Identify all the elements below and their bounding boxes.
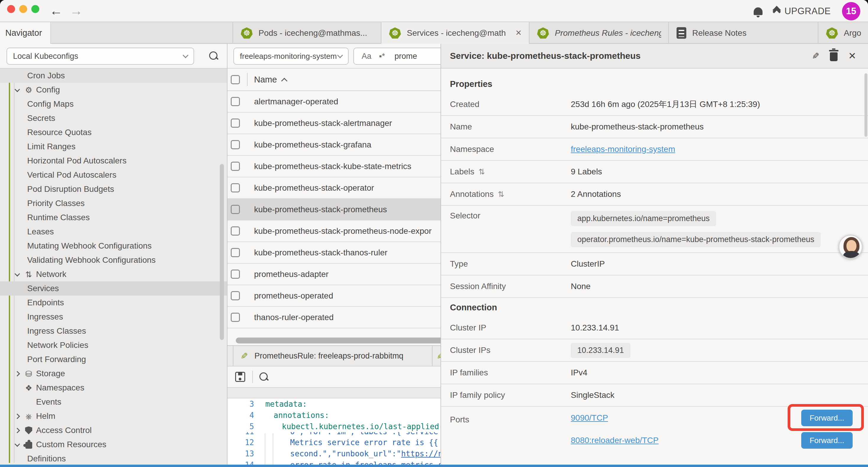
- tab-services-icecheng-math[interactable]: ☸Services - icecheng@math...✕: [381, 22, 529, 44]
- line-number: 11: [227, 432, 254, 436]
- sidebar-item-ingresses[interactable]: Ingresses: [0, 310, 227, 324]
- sidebar-item-endpoints[interactable]: Endpoints: [0, 296, 227, 310]
- sidebar-item-priority-classes[interactable]: Priority Classes: [0, 196, 227, 210]
- kubeconfig-select[interactable]: Local Kubeconfigs: [6, 48, 194, 65]
- forward-arrow-icon[interactable]: →: [70, 2, 83, 19]
- forward-button[interactable]: Forward...: [801, 432, 852, 449]
- back-arrow-icon[interactable]: ←: [50, 2, 63, 19]
- close-panel-button[interactable]: ✕: [848, 50, 856, 61]
- sidebar-item-definitions[interactable]: Definitions: [0, 451, 227, 465]
- delete-service-button[interactable]: [830, 51, 838, 61]
- selector-badges: app.kubernetes.io/name=prometheusoperato…: [571, 211, 821, 247]
- maximize-window-button[interactable]: [31, 5, 39, 13]
- sidebar-item-resource-quotas[interactable]: Resource Quotas: [0, 125, 227, 140]
- minimize-window-button[interactable]: [19, 5, 27, 13]
- select-all-checkbox[interactable]: [231, 75, 240, 84]
- sidebar-item-label: Vertical Pod Autoscalers: [0, 170, 116, 180]
- sidebar-item-config-maps[interactable]: Config Maps: [0, 97, 227, 111]
- sidebar-item-mutating-webhook-configurations[interactable]: Mutating Webhook Configurations: [0, 239, 227, 253]
- row-checkbox[interactable]: [231, 119, 240, 128]
- row-name: kube-prometheus-stack-prometheus: [254, 205, 387, 214]
- sidebar-item-cron-jobs[interactable]: Cron Jobs: [0, 68, 227, 83]
- notification-count-badge[interactable]: 15: [842, 2, 860, 20]
- sort-updown-icon[interactable]: ⇅: [498, 190, 504, 199]
- row-checkbox[interactable]: [231, 291, 240, 300]
- sidebar-item-namespaces[interactable]: ❖Namespaces: [0, 381, 227, 395]
- namespace-link[interactable]: freeleaps-monitoring-system: [571, 145, 675, 154]
- section-title-properties: Properties: [441, 75, 868, 93]
- sidebar-item-config[interactable]: ⚙Config: [0, 83, 227, 97]
- sidebar-item-leases[interactable]: Leases: [0, 225, 227, 239]
- sidebar-item-storage[interactable]: ⛁Storage: [0, 367, 227, 381]
- sidebar-scrollbar[interactable]: [220, 164, 224, 340]
- sidebar-item-network[interactable]: ⇅Network: [0, 267, 227, 282]
- port-row-8080-reloader-web-tcp: 8080:reloader-web/TCPForward...: [571, 429, 868, 451]
- row-checkbox[interactable]: [231, 248, 240, 257]
- sidebar-item-label: Ingress Classes: [0, 326, 86, 336]
- match-case-icon[interactable]: Aa: [362, 52, 371, 61]
- regex-icon[interactable]: ▪*: [379, 52, 385, 61]
- sidebar-item-label: Horizontal Pod Autoscalers: [0, 156, 126, 166]
- row-checkbox[interactable]: [231, 183, 240, 193]
- search-query-text: prome: [395, 52, 417, 61]
- row-checkbox[interactable]: [231, 97, 240, 106]
- name-column-header[interactable]: Name: [254, 75, 277, 85]
- property-value: 10.233.14.91: [571, 323, 619, 332]
- forward-button[interactable]: Forward...: [801, 410, 852, 426]
- tab-argo-se[interactable]: ☸Argo Se: [818, 22, 868, 44]
- sidebar-item-runtime-classes[interactable]: Runtime Classes: [0, 210, 227, 225]
- tab-label: Pods - icecheng@mathmas...: [258, 28, 367, 38]
- namespace-select[interactable]: freeleaps-monitoring-system: [234, 48, 349, 65]
- sidebar-item-helm[interactable]: ⎈Helm: [0, 409, 227, 423]
- code-text: annotations:: [265, 411, 329, 420]
- sidebar-item-access-control[interactable]: Access Control: [0, 423, 227, 437]
- sidebar-item-label: Runtime Classes: [0, 213, 90, 222]
- port-link[interactable]: 8080:reloader-web/TCP: [571, 436, 658, 445]
- row-checkbox[interactable]: [231, 226, 240, 236]
- line-number: 4: [227, 411, 254, 420]
- sidebar-item-limit-ranges[interactable]: Limit Ranges: [0, 140, 227, 154]
- property-row-type: TypeClusterIP: [441, 253, 868, 275]
- editor-tab-prometheusrule[interactable]: ✎ PrometheusRule: freeleaps-prod-rabbitm…: [234, 346, 432, 366]
- sidebar-item-network-policies[interactable]: Network Policies: [0, 338, 227, 352]
- editor-search-icon[interactable]: [259, 372, 268, 381]
- navigator-panel-tab[interactable]: Navigator: [0, 22, 51, 44]
- sort-ascending-icon[interactable]: [281, 78, 287, 84]
- upgrade-button[interactable]: UPGRADE: [774, 6, 831, 17]
- tab-prometheus-rules-icecheng[interactable]: ☸Prometheus Rules - icecheng...: [529, 22, 668, 44]
- sort-updown-icon[interactable]: ⇅: [478, 167, 485, 176]
- sidebar-item-port-forwarding[interactable]: Port Forwarding: [0, 352, 227, 367]
- property-row-session-affinity: Session AffinityNone: [441, 275, 868, 298]
- close-window-button[interactable]: [7, 5, 15, 13]
- sidebar-item-custom-resources[interactable]: Custom Resources: [0, 437, 227, 451]
- notifications-bell-icon[interactable]: [754, 7, 763, 15]
- sidebar-search-icon[interactable]: [209, 52, 218, 60]
- tab-release-notes[interactable]: Release Notes: [668, 22, 818, 44]
- row-checkbox[interactable]: [231, 140, 240, 149]
- kubernetes-icon: ☸: [389, 28, 401, 39]
- trash-icon: [830, 52, 838, 61]
- tab-pods-icecheng-mathmas[interactable]: ☸Pods - icecheng@mathmas...: [232, 22, 381, 44]
- user-avatar[interactable]: [838, 235, 863, 259]
- edit-service-button[interactable]: ✎: [812, 51, 819, 61]
- detail-scrollbar[interactable]: [864, 73, 867, 137]
- sidebar-item-pod-disruption-budgets[interactable]: Pod Disruption Budgets: [0, 182, 227, 196]
- close-icon[interactable]: ✕: [515, 28, 522, 37]
- sidebar-item-horizontal-pod-autoscalers[interactable]: Horizontal Pod Autoscalers: [0, 154, 227, 168]
- row-checkbox[interactable]: [231, 269, 240, 279]
- port-link[interactable]: 9090/TCP: [571, 413, 608, 423]
- sidebar-item-validating-webhook-configurations[interactable]: Validating Webhook Configurations: [0, 253, 227, 267]
- sidebar-item-label: Validating Webhook Configurations: [0, 255, 156, 265]
- code-text: second.","runbook_url":"https://net: [265, 449, 452, 458]
- row-name: kube-prometheus-stack-thanos-ruler: [254, 248, 387, 258]
- row-checkbox[interactable]: [231, 205, 240, 214]
- sidebar-item-events[interactable]: Events: [0, 395, 227, 409]
- row-checkbox[interactable]: [231, 162, 240, 171]
- sidebar-item-vertical-pod-autoscalers[interactable]: Vertical Pod Autoscalers: [0, 168, 227, 182]
- sidebar-item-secrets[interactable]: Secrets: [0, 111, 227, 125]
- save-icon[interactable]: [235, 372, 245, 382]
- row-checkbox[interactable]: [231, 313, 240, 322]
- sidebar-item-services[interactable]: Services: [0, 282, 227, 296]
- sidebar-item-ingress-classes[interactable]: Ingress Classes: [0, 324, 227, 338]
- forward-button-wrap: Forward...: [801, 410, 852, 426]
